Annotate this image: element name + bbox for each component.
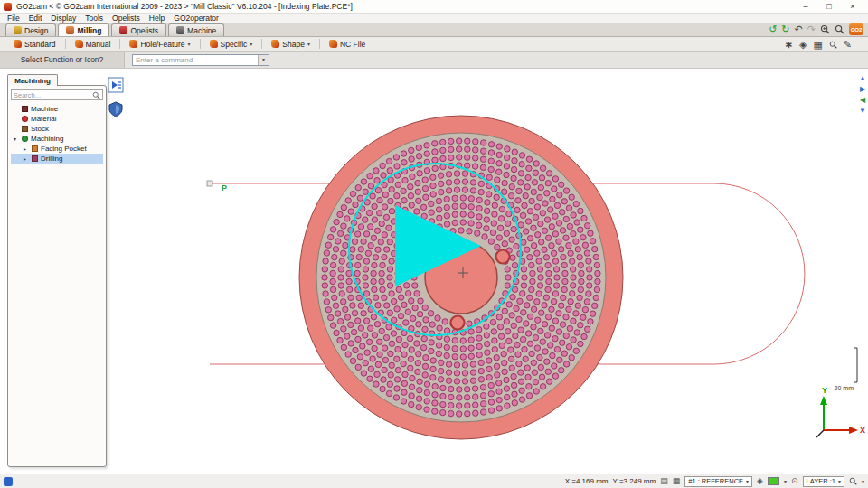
index-hole[interactable] <box>372 262 377 267</box>
index-hole[interactable] <box>531 225 536 230</box>
index-hole[interactable] <box>560 322 565 327</box>
index-hole[interactable] <box>380 262 385 267</box>
index-hole[interactable] <box>452 346 458 352</box>
index-hole[interactable] <box>402 342 408 347</box>
index-hole[interactable] <box>382 204 387 210</box>
index-hole[interactable] <box>460 354 466 360</box>
index-hole[interactable] <box>338 275 344 280</box>
index-hole[interactable] <box>341 299 346 305</box>
index-hole[interactable] <box>478 368 484 373</box>
index-hole[interactable] <box>546 270 552 276</box>
index-hole[interactable] <box>494 363 499 369</box>
index-hole[interactable] <box>328 234 334 239</box>
index-hole[interactable] <box>517 298 523 304</box>
command-combobox[interactable]: ▾ <box>132 54 269 66</box>
index-hole[interactable] <box>421 336 427 342</box>
index-hole[interactable] <box>549 224 554 230</box>
index-hole[interactable] <box>534 299 540 305</box>
index-hole[interactable] <box>374 371 380 377</box>
index-hole[interactable] <box>529 262 534 267</box>
index-hole[interactable] <box>439 189 444 194</box>
index-hole[interactable] <box>578 208 583 213</box>
index-hole[interactable] <box>496 152 502 157</box>
index-hole[interactable] <box>401 160 407 165</box>
index-hole[interactable] <box>495 244 500 249</box>
index-hole[interactable] <box>538 221 543 226</box>
index-hole[interactable] <box>525 219 531 224</box>
index-hole[interactable] <box>323 258 328 264</box>
index-hole[interactable] <box>394 386 400 391</box>
index-hole[interactable] <box>392 317 397 323</box>
index-hole[interactable] <box>401 352 407 357</box>
index-hole[interactable] <box>592 303 598 308</box>
nav-down-icon[interactable]: ▼ <box>859 107 866 115</box>
index-hole[interactable] <box>473 402 478 408</box>
index-hole[interactable] <box>430 375 436 380</box>
index-hole[interactable] <box>330 227 335 232</box>
index-hole[interactable] <box>548 343 553 348</box>
index-hole[interactable] <box>371 235 376 240</box>
index-hole[interactable] <box>370 193 375 199</box>
index-hole[interactable] <box>375 247 381 252</box>
index-hole[interactable] <box>417 171 422 176</box>
tab-milling[interactable]: Milling <box>58 23 109 36</box>
index-hole[interactable] <box>438 377 443 382</box>
index-hole[interactable] <box>510 255 515 260</box>
index-hole[interactable] <box>428 311 433 316</box>
menu-file[interactable]: File <box>3 14 24 23</box>
index-hole[interactable] <box>377 339 382 344</box>
index-hole[interactable] <box>379 328 384 333</box>
index-hole[interactable] <box>422 177 428 183</box>
index-hole[interactable] <box>394 377 400 382</box>
index-hole[interactable] <box>542 228 547 233</box>
index-hole[interactable] <box>439 360 444 365</box>
index-hole[interactable] <box>417 312 422 317</box>
index-hole[interactable] <box>401 198 407 203</box>
index-hole[interactable] <box>508 356 514 361</box>
index-hole[interactable] <box>505 283 510 288</box>
index-hole[interactable] <box>389 187 394 192</box>
zoom-icon[interactable] <box>849 477 857 485</box>
index-hole[interactable] <box>386 324 392 330</box>
index-hole[interactable] <box>534 345 540 351</box>
index-hole[interactable] <box>584 250 590 256</box>
index-hole[interactable] <box>552 318 558 324</box>
index-hole[interactable] <box>554 275 560 280</box>
index-hole[interactable] <box>440 155 446 161</box>
index-hole[interactable] <box>511 226 516 231</box>
index-hole[interactable] <box>422 185 428 191</box>
index-hole[interactable] <box>330 323 335 328</box>
index-hole[interactable] <box>475 230 480 236</box>
index-hole[interactable] <box>372 333 377 338</box>
index-hole[interactable] <box>531 360 536 365</box>
index-hole[interactable] <box>417 379 422 384</box>
index-hole[interactable] <box>448 146 454 152</box>
index-hole[interactable] <box>496 380 502 386</box>
close-button[interactable]: × <box>841 2 864 11</box>
index-hole[interactable] <box>559 368 564 373</box>
index-hole[interactable] <box>429 210 434 215</box>
index-hole[interactable] <box>515 198 521 203</box>
index-hole[interactable] <box>401 380 407 386</box>
index-hole[interactable] <box>457 138 462 144</box>
index-hole[interactable] <box>554 202 560 208</box>
index-hole[interactable] <box>436 343 441 348</box>
index-hole[interactable] <box>476 343 482 349</box>
index-hole[interactable] <box>545 181 551 186</box>
index-hole[interactable] <box>497 225 503 230</box>
index-hole[interactable] <box>486 375 492 380</box>
index-hole[interactable] <box>505 329 511 334</box>
index-hole[interactable] <box>468 204 474 210</box>
simulation-button[interactable] <box>107 100 125 118</box>
index-hole[interactable] <box>533 334 538 340</box>
index-hole[interactable] <box>416 396 421 401</box>
index-hole[interactable] <box>333 247 338 252</box>
color-dropdown-icon[interactable]: ▾ <box>784 479 787 484</box>
index-hole[interactable] <box>557 192 562 198</box>
rotate-ccw-icon[interactable]: ↺ <box>769 24 777 34</box>
index-hole[interactable] <box>389 341 394 346</box>
index-hole[interactable] <box>575 303 580 308</box>
pin-hole[interactable] <box>496 250 510 264</box>
index-hole[interactable] <box>372 217 377 222</box>
index-hole[interactable] <box>416 198 421 203</box>
